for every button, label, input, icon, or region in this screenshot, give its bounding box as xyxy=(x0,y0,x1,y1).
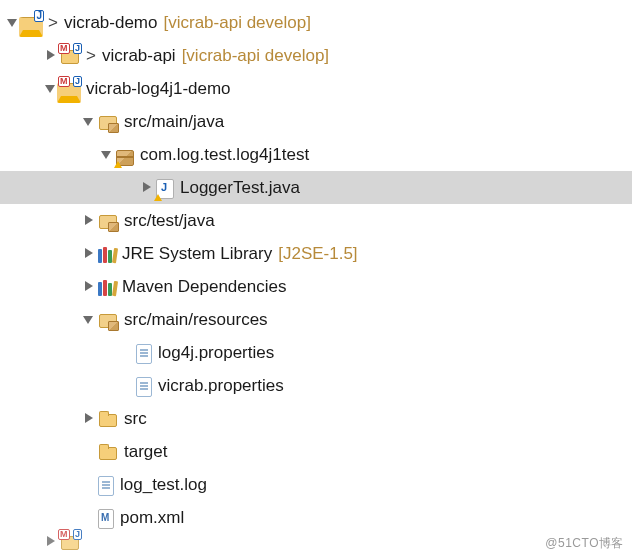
tree-label: LoggerTest.java xyxy=(180,178,300,198)
library-version-hint: [J2SE-1.5] xyxy=(278,244,357,264)
tree-label: vicrab-api xyxy=(102,46,176,66)
tree-label: src/test/java xyxy=(124,211,215,231)
java-file-icon xyxy=(156,179,174,199)
tree-label: com.log.test.log4j1test xyxy=(140,145,309,165)
vcs-change-marker: > xyxy=(48,13,58,33)
tree-label: pom.xml xyxy=(120,508,184,528)
expand-toggle-icon[interactable] xyxy=(98,147,114,163)
tree-item-src-folder[interactable]: src xyxy=(0,402,632,435)
tree-item-vicrab-log4j1-demo[interactable]: J vicrab-log4j1-demo xyxy=(0,72,632,105)
tree-item-pom-xml[interactable]: pom.xml xyxy=(0,501,632,534)
library-icon xyxy=(98,277,116,297)
expand-toggle-icon[interactable] xyxy=(80,213,96,229)
vcs-branch-hint: [vicrab-api develop] xyxy=(182,46,329,66)
tree-label: src xyxy=(124,409,147,429)
java-project-icon xyxy=(22,13,42,33)
tree-item-src-main-java[interactable]: src/main/java xyxy=(0,105,632,138)
xml-file-icon xyxy=(98,509,114,529)
tree-label: vicrab-log4j1-demo xyxy=(86,79,231,99)
expand-toggle-icon[interactable] xyxy=(80,246,96,262)
expand-toggle-icon[interactable] xyxy=(42,81,58,97)
maven-java-project-icon: J xyxy=(60,79,80,99)
vcs-change-marker: > xyxy=(86,46,96,66)
expand-toggle-icon[interactable] xyxy=(42,534,58,550)
source-folder-icon xyxy=(98,112,118,132)
properties-file-icon xyxy=(136,377,152,397)
folder-icon xyxy=(98,409,118,429)
properties-file-icon xyxy=(136,344,152,364)
tree-item-target-folder[interactable]: target xyxy=(0,435,632,468)
tree-item-src-main-resources[interactable]: src/main/resources xyxy=(0,303,632,336)
tree-label: src/main/resources xyxy=(124,310,268,330)
tree-item-log-file[interactable]: log_test.log xyxy=(0,468,632,501)
project-explorer-tree[interactable]: > vicrab-demo [vicrab-api develop] J > v… xyxy=(0,0,632,550)
tree-item-loggertest-java[interactable]: LoggerTest.java xyxy=(0,171,632,204)
tree-item-partial[interactable]: J xyxy=(0,534,632,550)
text-file-icon xyxy=(98,476,114,496)
expand-toggle-icon[interactable] xyxy=(80,411,96,427)
expand-toggle-icon[interactable] xyxy=(80,279,96,295)
tree-item-vicrab-demo[interactable]: > vicrab-demo [vicrab-api develop] xyxy=(0,6,632,39)
tree-item-log4j-properties[interactable]: log4j.properties xyxy=(0,336,632,369)
tree-label: vicrab-demo xyxy=(64,13,158,33)
tree-item-maven-dependencies[interactable]: Maven Dependencies xyxy=(0,270,632,303)
tree-label: log_test.log xyxy=(120,475,207,495)
tree-item-vicrab-api[interactable]: J > vicrab-api [vicrab-api develop] xyxy=(0,39,632,72)
tree-label: vicrab.properties xyxy=(158,376,284,396)
library-icon xyxy=(98,244,116,264)
expand-toggle-icon[interactable] xyxy=(42,48,58,64)
tree-label: JRE System Library xyxy=(122,244,272,264)
tree-label: log4j.properties xyxy=(158,343,274,363)
source-folder-icon xyxy=(98,310,118,330)
watermark-text: @51CTO博客 xyxy=(545,535,624,552)
tree-item-vicrab-properties[interactable]: vicrab.properties xyxy=(0,369,632,402)
vcs-branch-hint: [vicrab-api develop] xyxy=(163,13,310,33)
package-icon xyxy=(116,150,134,166)
tree-label: target xyxy=(124,442,167,462)
expand-toggle-icon[interactable] xyxy=(4,15,20,31)
tree-item-package[interactable]: com.log.test.log4j1test xyxy=(0,138,632,171)
tree-item-jre-library[interactable]: JRE System Library [J2SE-1.5] xyxy=(0,237,632,270)
expand-toggle-icon[interactable] xyxy=(80,114,96,130)
expand-toggle-icon[interactable] xyxy=(138,180,154,196)
tree-label: Maven Dependencies xyxy=(122,277,286,297)
expand-toggle-icon[interactable] xyxy=(80,312,96,328)
maven-java-project-icon: J xyxy=(60,46,80,66)
tree-item-src-test-java[interactable]: src/test/java xyxy=(0,204,632,237)
maven-java-project-icon: J xyxy=(60,532,80,552)
folder-icon xyxy=(98,442,118,462)
source-folder-icon xyxy=(98,211,118,231)
tree-label: src/main/java xyxy=(124,112,224,132)
